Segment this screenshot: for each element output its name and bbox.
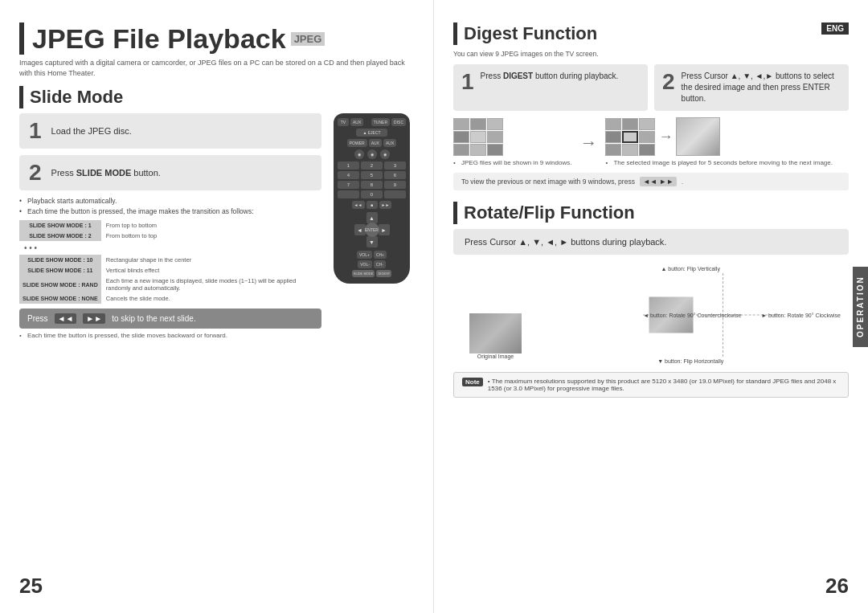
skip-next-btn: ►► [83,313,105,324]
rotate-header: Rotate/Flip Function [453,202,849,224]
step1-number: 1 [29,120,42,142]
skip-footnote: Each time the button is pressed, the sli… [19,332,321,339]
step1-text: Load the JPEG disc. [51,126,132,136]
skip-row: Press ◄◄ ►► to skip to the next slide. [19,309,321,329]
main-title: JPEG File Playback [32,23,286,55]
digest-note1: JPEG files will be shown in 9 windows. [453,159,571,166]
desc-cell: From top to bottom [101,220,321,231]
rotate-diagram: Original Image ▲ button: Flip Vertically… [453,263,849,367]
remote-num-btn: 0 [361,190,383,198]
rotate-label-top: ▲ button: Flip Vertically [661,266,719,272]
next-image-row: To view the previous or next image with … [453,173,849,190]
orig-label: Original Image [477,353,514,359]
rotate-section: Rotate/Flip Function Press Cursor ▲, ▼, … [453,202,849,398]
remote-btn: POWER [347,139,367,147]
page-number-left: 25 [19,574,43,599]
grid-cell [487,131,503,143]
section-bar [453,22,457,45]
digest-grid-selected [605,118,655,156]
digest-bold: DIGEST [503,72,533,80]
remote-btn: AUX [383,139,396,147]
grid-cell [487,144,503,156]
remote-num-btn [338,190,359,198]
digest-section: Digest Function You can view 9 JPEG imag… [453,22,849,190]
note-label: Note [462,378,483,386]
grid-cell [453,118,469,130]
note-text: • The maximum resolutions supported by t… [488,378,840,392]
grid-cell [605,118,621,130]
digest-sub: You can view 9 JPEG images on the TV scr… [453,50,849,58]
desc-cell: From bottom to top [101,231,321,241]
table-row: SLIDE SHOW MODE : 11 Vertical blinds eff… [19,265,321,276]
remote-num-btn: 1 [338,161,359,170]
ellipsis-row: • • • [19,241,321,255]
dpad-up: ▲ [366,212,378,223]
grid-cell [639,118,655,130]
remote-slidemode-btn: SLIDE MODE [352,270,375,277]
digest-images-row: JPEG files will be shown in 9 windows. → [453,117,849,168]
page-container: JPEG File Playback JPEG Images captured … [0,0,868,613]
operation-sidebar: OPERATION [853,267,868,347]
digest-selected-row: → [605,117,833,156]
digest-step2: 2 Press Cursor ▲, ▼, ◄,► buttons to sele… [654,64,849,111]
remote-num-btn: 6 [384,171,406,179]
remote-btn: VOL- [358,260,372,268]
main-title-area: JPEG File Playback JPEG Images captured … [19,22,414,78]
remote-circle-btn: ◉ [380,149,390,159]
rotate-label-left: ◄ button: Rotate 90° Counterclockwise [643,313,741,318]
title-bar [19,22,24,55]
desc-cell: Each time a new image is displayed, slid… [101,276,321,293]
grid-cell [605,144,621,156]
remote-btn: DISC [391,118,406,126]
desc-cell: Cancels the slide mode. [101,293,321,304]
bullet2: Each time the button is pressed, the ima… [19,207,321,215]
dpad-left: ◄ [354,224,366,235]
step1-box: 1 Load the JPEG disc. [19,113,321,149]
remote-num-btn: 8 [361,181,383,189]
step2-text: Press SLIDE MODE button. [51,168,161,178]
main-description: Images captured with a digital camera or… [19,58,414,78]
grid-cell [605,131,621,143]
mode-cell: SLIDE SHOW MODE : RAND [19,276,101,293]
mode-cell: SLIDE SHOW MODE : 2 [19,231,101,241]
grid-cell [487,118,503,130]
bullet1: Playback starts automatically. [19,197,321,205]
skip-label: to skip to the next slide. [112,314,196,323]
digest-header: Digest Function [453,22,849,45]
digest-grid-9 [453,118,571,156]
original-image-area: Original Image [469,313,522,359]
remote-num-btn: 7 [338,181,359,189]
remote-btn: ■ [366,201,378,209]
remote-circle-btn: ◉ [367,149,377,159]
skip-press-text: Press [27,314,48,323]
remote-num-btn: 9 [384,181,406,189]
digest-title: Digest Function [464,23,597,44]
skip-prev-btn: ◄◄ [55,313,77,324]
remote-btn: TUNER [371,118,390,126]
grid-cell [622,144,638,156]
remote-num-btn: 3 [384,161,406,170]
remote-control: TV AUX TUNER DISC ▲ EJECT [334,113,410,284]
left-main-content: 1 Load the JPEG disc. 2 Press SLIDE MODE… [19,113,321,339]
desc-cell: Rectangular shape in the center [101,255,321,265]
section-bar [453,202,457,224]
eject-btn: ▲ EJECT [356,129,387,137]
note-box: Note • The maximum resolutions supported… [453,372,849,398]
grid-cell [453,131,469,143]
grid-cell [470,118,486,130]
grid-cell [622,118,638,130]
digest-left-col: JPEG files will be shown in 9 windows. [453,118,571,168]
grid-cell [639,144,655,156]
digest-right-col: → The selected image is played for 5 sec… [605,117,833,168]
remote-numpad: 1 2 3 4 5 6 7 8 9 0 [338,161,406,198]
grid-cell [453,144,469,156]
remote-btn: CH+ [374,251,387,259]
remote-btn: AUX [369,139,382,147]
remote-btn: CH- [374,260,386,268]
remote-num-btn: 4 [338,171,359,179]
rotate-label-right: ► button: Rotate 90° Clockwise [761,313,841,318]
dpad-right: ► [379,224,390,235]
mode-cell: SLIDE SHOW MODE : 11 [19,265,101,276]
main-title-sub: JPEG [291,32,326,46]
grid-cell [470,131,486,143]
